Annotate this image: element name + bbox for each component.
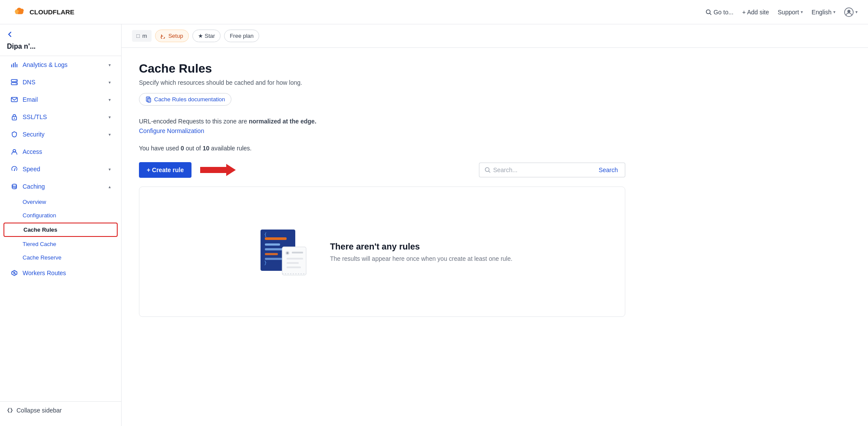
caching-icon	[10, 183, 18, 190]
svg-point-13	[12, 184, 17, 186]
search-button[interactable]: Search	[592, 163, 625, 177]
domain-partial-text: m	[142, 33, 147, 39]
plan-badge: Free plan	[224, 30, 259, 42]
arrow-indicator	[200, 167, 226, 173]
svg-point-3	[848, 10, 851, 13]
search-icon	[485, 167, 491, 173]
user-avatar-icon	[844, 7, 854, 17]
svg-line-1	[710, 13, 712, 15]
collapse-icon	[7, 407, 13, 413]
empty-illustration-icon: { }	[252, 221, 313, 282]
access-icon	[10, 148, 18, 156]
empty-state-desc: The results will appear here once when y…	[330, 255, 512, 262]
actions-row: + Create rule Search	[139, 162, 625, 178]
sidebar-item-caching[interactable]: Caching ▴	[3, 178, 118, 195]
svg-point-6	[16, 80, 17, 81]
security-chevron: ▾	[109, 132, 111, 137]
user-chevron: ▾	[855, 10, 858, 14]
sidebar-item-speed[interactable]: Speed ▾	[3, 161, 118, 177]
dns-icon	[10, 78, 18, 86]
domain-icon: □	[136, 33, 140, 39]
sidebar: Dipa n'... Analytics & Logs ▾ DNS ▾	[0, 24, 122, 426]
doc-link-button[interactable]: Cache Rules documentation	[139, 93, 231, 106]
svg-rect-30	[292, 252, 303, 253]
page-body: Cache Rules Specify which resources shou…	[122, 48, 643, 331]
svg-rect-27	[282, 247, 306, 275]
email-chevron: ▾	[109, 97, 111, 102]
create-rule-button[interactable]: + Create rule	[139, 162, 191, 178]
svg-text:}: }	[264, 260, 267, 266]
email-icon	[10, 96, 18, 103]
app-layout: Dipa n'... Analytics & Logs ▾ DNS ▾	[0, 24, 868, 426]
search-input-wrapper	[479, 163, 592, 177]
svg-rect-22	[265, 248, 284, 250]
support-button[interactable]: Support ▾	[778, 9, 803, 16]
site-name: Dipa n'...	[0, 41, 121, 56]
sidebar-subitem-cache-rules[interactable]: Cache Rules	[3, 223, 118, 237]
svg-point-0	[706, 10, 710, 13]
language-chevron: ▾	[833, 10, 835, 14]
logo-text: CLOUDFLARE	[30, 8, 74, 16]
search-input[interactable]	[493, 166, 587, 173]
language-button[interactable]: English ▾	[812, 9, 835, 16]
user-menu-button[interactable]: ▾	[844, 7, 858, 17]
svg-point-17	[485, 168, 489, 172]
sidebar-item-dns[interactable]: DNS ▾	[3, 74, 118, 90]
page-title: Cache Rules	[139, 62, 625, 76]
support-chevron: ▾	[801, 10, 803, 14]
arrow-head	[226, 164, 236, 176]
svg-line-18	[488, 171, 490, 173]
empty-state-title: There aren't any rules	[330, 242, 512, 252]
sidebar-subitem-tiered-cache[interactable]: Tiered Cache	[3, 238, 118, 250]
svg-point-7	[16, 83, 17, 84]
sidebar-item-email[interactable]: Email ▾	[3, 91, 118, 108]
top-navigation: CLOUDFLARE Go to... + Add site Support ▾…	[0, 0, 868, 24]
sidebar-item-security[interactable]: Security ▾	[3, 126, 118, 143]
chart-icon	[10, 61, 18, 69]
sidebar-subitem-overview[interactable]: Overview	[3, 196, 118, 208]
configure-normalization-link[interactable]: Configure Normalization	[139, 127, 204, 134]
sidebar-back-button[interactable]	[0, 24, 121, 41]
dns-chevron: ▾	[109, 80, 111, 85]
rules-count: You have used 0 out of 10 available rule…	[139, 145, 625, 152]
cloudflare-logo[interactable]: CLOUDFLARE	[10, 6, 74, 18]
svg-rect-33	[287, 266, 301, 268]
shield-icon	[10, 130, 18, 138]
ssl-chevron: ▾	[109, 115, 111, 120]
svg-rect-24	[265, 258, 282, 260]
workers-icon	[10, 269, 18, 277]
domain-tab[interactable]: □ m	[132, 30, 152, 42]
sidebar-subitem-configuration[interactable]: Configuration	[3, 209, 118, 222]
normalization-info: URL-encoded Requests to this zone are no…	[139, 118, 625, 134]
empty-state: { } There aren't an	[139, 186, 625, 317]
speed-icon	[10, 165, 18, 173]
normalization-text: URL-encoded Requests to this zone are no…	[139, 118, 625, 125]
svg-rect-23	[265, 253, 278, 255]
svg-text:{: {	[264, 232, 267, 237]
lock-icon	[10, 113, 18, 121]
refresh-icon	[161, 33, 166, 39]
goto-button[interactable]: Go to...	[706, 9, 733, 16]
sidebar-item-access[interactable]: Access	[3, 143, 118, 160]
caching-chevron-up: ▴	[109, 184, 111, 189]
analytics-chevron: ▾	[109, 63, 111, 67]
star-button[interactable]: ★ Star	[192, 30, 221, 42]
sidebar-item-ssl[interactable]: SSL/TLS ▾	[3, 109, 118, 125]
sidebar-subitem-cache-reserve[interactable]: Cache Reserve	[3, 251, 118, 264]
collapse-sidebar-button[interactable]: Collapse sidebar	[0, 401, 121, 419]
svg-point-10	[14, 118, 15, 119]
svg-point-29	[286, 252, 288, 254]
svg-rect-31	[287, 258, 303, 260]
sidebar-item-analytics[interactable]: Analytics & Logs ▾	[3, 57, 118, 73]
empty-state-illustration: { }	[252, 221, 313, 283]
back-arrow-icon	[7, 31, 13, 37]
doc-icon	[145, 97, 152, 103]
add-site-button[interactable]: + Add site	[742, 9, 769, 16]
svg-point-12	[14, 170, 15, 171]
page-description: Specify which resources should be cached…	[139, 79, 625, 86]
speed-chevron: ▾	[109, 167, 111, 172]
setup-tab-button[interactable]: Setup	[155, 30, 189, 42]
sidebar-item-workers-routes[interactable]: Workers Routes	[3, 265, 118, 281]
tab-bar: □ m Setup ★ Star Free plan	[122, 24, 868, 48]
search-row: Search	[479, 163, 625, 177]
